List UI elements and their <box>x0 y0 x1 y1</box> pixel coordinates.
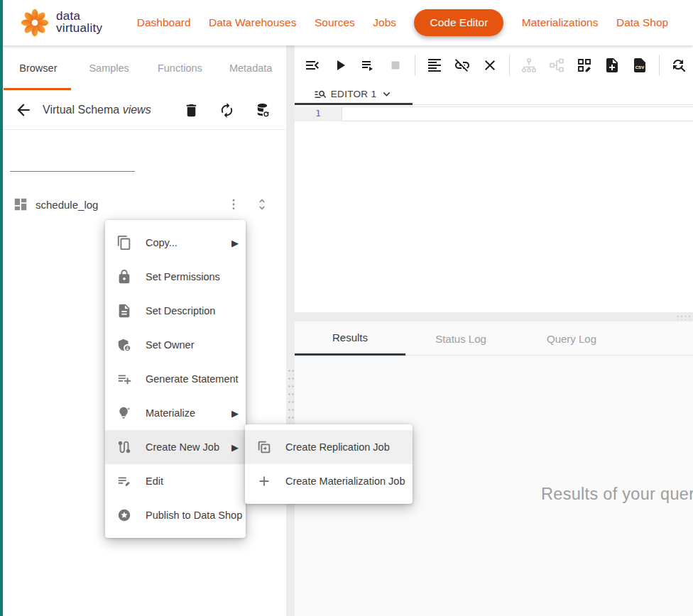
drag-dots-icon <box>288 367 294 422</box>
nav-data-warehouses[interactable]: Data Warehouses <box>209 16 297 29</box>
menu-item-materialize[interactable]: Materialize ▶ <box>105 396 246 430</box>
nav-data-shop[interactable]: Data Shop <box>616 16 668 29</box>
tab-query-log[interactable]: Query Log <box>516 321 627 356</box>
materialize-bulb-icon <box>116 405 132 421</box>
brand-name: data virtuality <box>56 11 102 34</box>
link-off-icon[interactable] <box>454 57 471 74</box>
line-number: 1 <box>295 106 342 121</box>
menu-item-edit[interactable]: Edit <box>105 464 246 498</box>
menu-item-label: Generate Statement <box>146 373 239 385</box>
nav-items: Dashboard Data Warehouses Sources Jobs C… <box>111 9 693 36</box>
menu-item-create-new-job[interactable]: Create New Job ▶ <box>105 430 246 464</box>
code-editor-area[interactable]: 1 <box>295 105 693 312</box>
submenu-arrow-icon: ▶ <box>230 408 239 419</box>
menu-item-label: Materialize <box>146 407 230 419</box>
schema-tree-icon <box>548 57 565 74</box>
menu-item-label: Create Replication Job <box>285 441 405 453</box>
editor-active-line: 1 <box>295 106 693 121</box>
tab-status-log[interactable]: Status Log <box>405 321 516 356</box>
document-icon <box>116 303 132 319</box>
find-replace-icon[interactable] <box>670 57 687 74</box>
menu-item-copy[interactable]: Copy... ▶ <box>105 226 246 260</box>
export-csv-icon[interactable]: CSV <box>631 57 648 74</box>
nav-dashboard[interactable]: Dashboard <box>137 16 191 29</box>
tab-samples[interactable]: Samples <box>74 45 145 91</box>
toolbar-separator <box>509 55 510 76</box>
refresh-schema-icon[interactable] <box>219 102 235 119</box>
tab-results[interactable]: Results <box>295 321 405 356</box>
playlist-add-icon <box>116 371 132 387</box>
copy-icon <box>116 235 132 251</box>
menu-item-set-owner[interactable]: Set Owner <box>105 328 246 362</box>
menu-item-label: Create Materialization Job <box>285 475 405 487</box>
nav-code-editor[interactable]: Code Editor <box>414 9 503 36</box>
tab-browser[interactable]: Browser <box>3 45 74 91</box>
menu-item-create-materialization-job[interactable]: Create Materialization Job <box>245 464 413 498</box>
results-placeholder: Results of your queries <box>541 485 693 504</box>
toolbar-separator <box>415 55 415 76</box>
menu-item-label: Publish to Data Shop <box>146 510 242 521</box>
schema-title: Virtual Schema views <box>43 104 151 116</box>
create-job-submenu: Create Replication Job Create Materializ… <box>245 424 413 504</box>
star-circle-icon <box>116 507 132 523</box>
panel-resize-handle[interactable] <box>286 45 295 616</box>
toolbar-separator <box>659 55 660 76</box>
tree-item-schedule-log[interactable]: schedule_log <box>3 189 286 220</box>
schema-header: Virtual Schema views <box>3 91 286 130</box>
schema-search-input[interactable] <box>18 153 147 164</box>
drag-dots-icon <box>676 314 692 320</box>
menu-item-label: Set Description <box>146 305 239 317</box>
nav-materializations[interactable]: Materializations <box>522 16 599 29</box>
editor-cursor-line[interactable] <box>342 106 693 121</box>
menu-item-generate-statement[interactable]: Generate Statement <box>105 362 246 396</box>
menu-item-label: Set Permissions <box>146 271 239 282</box>
database-refresh-icon[interactable] <box>254 102 271 119</box>
nav-jobs[interactable]: Jobs <box>373 16 396 29</box>
chevron-down-icon[interactable] <box>380 87 393 101</box>
playlist-edit-icon <box>116 473 132 489</box>
menu-item-label: Copy... <box>146 237 230 248</box>
menu-item-set-description[interactable]: Set Description <box>105 294 246 328</box>
editor-tabs: EDITOR 1 <box>295 84 693 105</box>
clear-editor-icon[interactable] <box>481 57 498 74</box>
delete-schema-icon[interactable] <box>183 102 200 119</box>
route-icon <box>116 439 132 455</box>
run-selection-icon[interactable] <box>359 57 376 74</box>
edit-layout-icon[interactable] <box>576 57 593 74</box>
tab-functions[interactable]: Functions <box>145 45 216 91</box>
unfold-more-icon[interactable] <box>255 197 269 211</box>
context-menu: Copy... ▶ Set Permissions Set Descriptio… <box>105 220 246 538</box>
sidebar-tabs: Browser Samples Functions Metadata <box>3 45 286 91</box>
editor-toolbar: CSV <box>295 45 693 84</box>
menu-item-create-replication-job[interactable]: Create Replication Job <box>245 430 413 464</box>
submenu-arrow-icon: ▶ <box>230 238 239 248</box>
tab-metadata[interactable]: Metadata <box>215 45 286 91</box>
brand-logo[interactable]: data virtuality <box>20 8 111 38</box>
dependency-tree-icon <box>520 57 538 74</box>
menu-item-publish-to-data-shop[interactable]: Publish to Data Shop <box>105 498 246 532</box>
plus-icon <box>256 473 272 489</box>
svg-text:CSV: CSV <box>635 65 645 70</box>
top-navigation: data virtuality Dashboard Data Warehouse… <box>0 0 693 45</box>
owner-shield-icon <box>116 337 132 353</box>
back-arrow-icon[interactable] <box>14 101 33 119</box>
nav-sources[interactable]: Sources <box>315 16 355 29</box>
kebab-menu-icon[interactable] <box>227 197 241 211</box>
tab-editor-1[interactable]: EDITOR 1 <box>295 84 413 105</box>
table-grid-icon <box>13 197 28 212</box>
menu-item-set-permissions[interactable]: Set Permissions <box>105 260 246 294</box>
submenu-arrow-icon: ▶ <box>230 442 239 453</box>
collapse-editor-icon[interactable] <box>304 57 321 74</box>
run-query-icon[interactable] <box>332 57 349 74</box>
tree-item-label: schedule_log <box>36 199 227 211</box>
results-tabs: Results Status Log Query Log <box>295 321 693 356</box>
code-editor-panel: CSV EDITOR 1 1 Results Status Log Query … <box>295 45 693 616</box>
results-resize-handle[interactable] <box>295 312 693 321</box>
format-sql-icon[interactable] <box>426 57 443 74</box>
new-file-icon[interactable] <box>604 57 621 74</box>
menu-item-label: Create New Job <box>146 441 230 453</box>
logo-flower-icon <box>20 8 50 38</box>
editor-tab-label: EDITOR 1 <box>331 89 376 99</box>
menu-item-label: Set Owner <box>146 339 239 351</box>
schema-search <box>10 151 135 172</box>
